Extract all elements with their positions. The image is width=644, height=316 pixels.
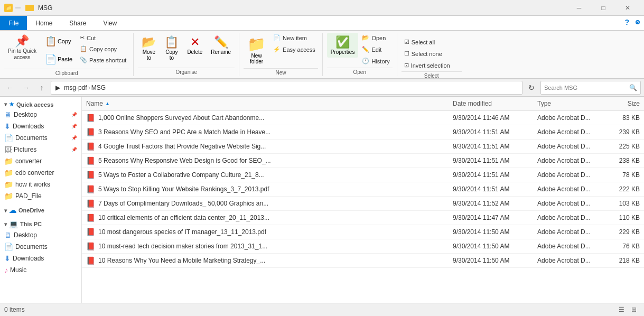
delete-button[interactable]: ✕ Delete (183, 33, 206, 58)
column-size[interactable]: Size (602, 98, 644, 109)
refresh-button[interactable]: ↻ (525, 81, 538, 95)
column-date[interactable]: Date modified (449, 98, 533, 109)
cut-button[interactable]: ✂ Cut (77, 33, 129, 43)
file-date: 9/30/2014 11:51 AM (449, 170, 533, 180)
properties-button[interactable]: ✅ Properties (327, 33, 359, 58)
path-part-1: ▶ (55, 84, 60, 91)
file-date: 9/30/2014 11:51 AM (449, 184, 533, 194)
select-none-button[interactable]: ☐ Select none (402, 49, 445, 59)
tab-view[interactable]: View (95, 16, 125, 30)
copy-paste-col: 📋 Copy 📄 Paste (41, 33, 76, 68)
column-type[interactable]: Type (533, 98, 602, 109)
view-details-button[interactable]: ☰ (615, 304, 627, 315)
table-row[interactable]: 📕 5 Ways to Stop Killing Your Website Ra… (82, 182, 644, 197)
sidebar-item-desktop-quick[interactable]: 🖥 Desktop 📌 (0, 109, 81, 120)
easy-access-button[interactable]: ⚡ Easy access (270, 44, 318, 54)
select-all-button[interactable]: ☑ Select all (402, 37, 438, 47)
tab-file[interactable]: File (0, 16, 27, 30)
table-row[interactable]: 📕 3 Reasons Why SEO and PPC Are a Match … (82, 125, 644, 140)
move-to-button[interactable]: 📂 Move to (138, 33, 160, 63)
open-button[interactable]: 📂 Open (359, 33, 392, 43)
paste-button[interactable]: 📄 Paste (41, 51, 76, 68)
edit-button[interactable]: ✏️ Edit (359, 44, 392, 54)
pin-indicator: 📌 (71, 112, 77, 117)
history-label: History (371, 58, 389, 64)
table-row[interactable]: 📕 10 must-read tech decision maker stori… (82, 239, 644, 254)
paste-shortcut-button[interactable]: 📎 Paste shortcut (77, 55, 129, 65)
table-row[interactable]: 📕 4 Google Trust Factors that Provide Ne… (82, 140, 644, 154)
sidebar-item-downloads-pc[interactable]: ⬇ Downloads (0, 253, 81, 264)
ribbon-group-select: ☑ Select all ☐ Select none ⊡ Invert sele… (397, 33, 466, 76)
delete-icon: ✕ (190, 35, 200, 49)
sidebar-item-documents-quick[interactable]: 📄 Documents 📌 (0, 132, 81, 144)
table-row[interactable]: 📕 10 critical elements of an efficient d… (82, 211, 644, 225)
sidebar-pad-label: PAD_File (15, 192, 42, 200)
sidebar-item-documents-pc[interactable]: 📄 Documents (0, 241, 81, 253)
minimize-button[interactable]: ─ (567, 0, 591, 16)
table-row[interactable]: 📕 1,000 Online Shoppers Surveyed About C… (82, 111, 644, 125)
sidebar-item-desktop-pc[interactable]: 🖥 Desktop (0, 229, 81, 241)
address-bar: ← → ↑ ▶ msg-pdf › MSG ↻ 🔍 (0, 79, 644, 97)
sidebar-how-label: how it works (15, 181, 50, 188)
copy-copy-button[interactable]: 📋 Copy copy (77, 44, 129, 54)
tab-home[interactable]: Home (27, 16, 61, 30)
table-row[interactable]: 📕 10 Reasons Why You Need a Mobile Marke… (82, 254, 644, 268)
forward-button[interactable]: → (19, 81, 33, 95)
sidebar-item-how-it-works[interactable]: 📁 how it works (0, 179, 81, 190)
sidebar-item-music-pc[interactable]: ♪ Music (0, 264, 81, 276)
table-row[interactable]: 📕 10 most dangerous species of IT manage… (82, 225, 644, 239)
new-folder-label: New folder (250, 53, 263, 64)
back-button[interactable]: ← (3, 81, 17, 95)
new-folder-button[interactable]: 📁 New folder (244, 33, 269, 67)
copy-to-button[interactable]: 📋 Copy to (161, 33, 182, 63)
file-date: 9/30/2014 11:51 AM (449, 156, 533, 165)
help-button[interactable]: ? (618, 16, 636, 30)
title-divider (15, 7, 21, 8)
sidebar-section-this-pc[interactable]: ▾ 💻 This PC (0, 218, 81, 229)
sidebar-item-converter[interactable]: 📁 converter (0, 155, 81, 167)
pin-icon: 📌 (15, 35, 29, 47)
easy-access-icon: ⚡ (273, 46, 281, 53)
documents-pc-icon: 📄 (4, 243, 13, 251)
new-item-button[interactable]: 📄 New item (270, 33, 318, 43)
sidebar-item-pad-file[interactable]: 📁 PAD_File (0, 190, 81, 202)
pin-indicator-4: 📌 (71, 147, 77, 152)
sidebar-section-quick-access[interactable]: ▾ ★ Quick access (0, 99, 81, 109)
table-row[interactable]: 📕 5 Ways to Foster a Collaborative Compa… (82, 168, 644, 182)
history-button[interactable]: 🕐 History (359, 56, 392, 66)
rename-button[interactable]: ✏️ Rename (207, 33, 235, 58)
main-content: ▾ ★ Quick access 🖥 Desktop 📌 ⬇ Downloads… (0, 97, 644, 303)
copy-to-label: Copy to (165, 49, 178, 61)
history-icon: 🕐 (362, 58, 369, 64)
file-size: 239 KB (602, 127, 644, 137)
ribbon-expand-icon[interactable]: ▲ (636, 20, 640, 24)
pin-quick-access-button[interactable]: 📌 Pin to Quick access (4, 33, 40, 63)
file-name-cell: 📕 5 Ways to Foster a Collaborative Compa… (82, 170, 449, 180)
invert-selection-button[interactable]: ⊡ Invert selection (402, 60, 453, 70)
table-row[interactable]: 📕 7 Days of Complimentary Downloads_ 50,… (82, 197, 644, 211)
tab-share[interactable]: Share (61, 16, 95, 30)
this-pc-label: This PC (20, 221, 42, 227)
file-date: 9/30/2014 11:52 AM (449, 199, 533, 208)
items-count: 0 items (4, 306, 25, 313)
sidebar-item-pictures-quick[interactable]: 🖼 Pictures 📌 (0, 144, 81, 155)
table-row[interactable]: 📕 5 Reasons Why Responsive Web Design is… (82, 154, 644, 168)
search-icon[interactable]: 🔍 (629, 84, 637, 91)
copy-button[interactable]: 📋 Copy (41, 33, 76, 50)
file-date: 9/30/2014 11:50 AM (449, 227, 533, 237)
column-name[interactable]: Name ▲ (82, 98, 449, 109)
paste-label: Paste (58, 56, 72, 62)
view-grid-button[interactable]: ⊞ (628, 304, 640, 315)
sidebar-section-onedrive[interactable]: ▾ ☁ OneDrive (0, 204, 81, 216)
address-path[interactable]: ▶ msg-pdf › MSG (51, 81, 522, 95)
sidebar-item-downloads-quick[interactable]: ⬇ Downloads 📌 (0, 120, 81, 132)
file-name-cell: 📕 1,000 Online Shoppers Surveyed About C… (82, 113, 449, 123)
file-name-cell: 📕 5 Ways to Stop Killing Your Website Ra… (82, 184, 449, 194)
up-button[interactable]: ↑ (35, 81, 49, 95)
sidebar-item-edb-converter[interactable]: 📁 edb converter (0, 167, 81, 179)
onedrive-expand-icon: ▾ (4, 208, 7, 213)
search-input[interactable] (544, 85, 627, 91)
maximize-button[interactable]: □ (591, 0, 615, 16)
close-button[interactable]: ✕ (615, 0, 640, 16)
date-col-label: Date modified (453, 100, 492, 107)
